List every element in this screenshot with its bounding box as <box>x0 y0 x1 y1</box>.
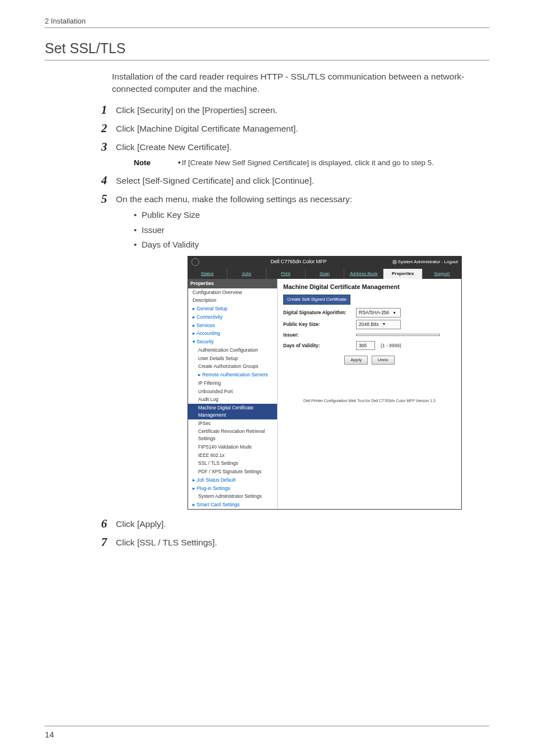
step-text-6: Click [Apply]. <box>116 519 166 529</box>
alg-label: Digital Signature Algorithm: <box>283 309 356 316</box>
sidebar-item-ip-filtering[interactable]: IP Filtering <box>188 379 277 388</box>
tab-scan[interactable]: Scan <box>306 269 345 279</box>
sidebar-item-description[interactable]: Description <box>188 296 277 305</box>
days-range: (1 - 9999) <box>381 342 401 349</box>
key-size-label: Public Key Size: <box>283 321 356 328</box>
bullet-public-key-size: Public Key Size <box>134 209 489 222</box>
step-text-3: Click [Create New Certificate]. <box>116 142 232 152</box>
tab-bar: Status Jobs Print Scan Address Book Prop… <box>188 268 461 279</box>
step-number-7: 7 <box>98 534 110 552</box>
alg-select[interactable]: RSA/SHA-256 ▼ <box>356 308 401 318</box>
sidebar-item-accounting[interactable]: ▸ Accounting <box>188 329 277 338</box>
intro-text: Installation of the card reader requires… <box>112 71 489 96</box>
create-self-signed-cert-button[interactable]: Create Self-Signed Certificate <box>283 295 350 305</box>
days-label: Days of Validity: <box>283 342 356 349</box>
sidebar-item-machine-digital-cert[interactable]: Machine Digital Certificate Management <box>188 404 277 419</box>
tab-support[interactable]: Support <box>423 269 461 279</box>
sidebar-item-connectivity[interactable]: ▸ Connectivity <box>188 313 277 321</box>
note-row: Note • If [Create New Self Signed Certif… <box>134 157 489 169</box>
sidebar-item-services[interactable]: ▸ Services <box>188 321 277 330</box>
sidebar-item-create-auth-groups[interactable]: Create Authorization Groups <box>188 362 277 371</box>
issuer-label: Issuer: <box>283 332 356 339</box>
step-number-2: 2 <box>98 120 110 138</box>
issuer-input[interactable] <box>356 334 440 336</box>
sidebar-item-security[interactable]: ▾ Security <box>188 338 277 346</box>
window-title: Dell C7765dn Color MFP <box>205 258 392 266</box>
page-footer: 14 <box>45 726 489 739</box>
step-number-1: 1 <box>98 101 110 119</box>
sidebar-item-cert-revocation[interactable]: Certificate Revocation Retrieval Setting… <box>188 427 277 443</box>
undo-button[interactable]: Undo <box>372 356 395 365</box>
note-label: Note <box>134 157 165 169</box>
main-panel: Machine Digital Certificate Management C… <box>278 279 461 509</box>
step-number-4: 4 <box>98 172 110 190</box>
dropdown-arrow-icon: ▼ <box>392 310 396 316</box>
sidebar-item-job-status-default[interactable]: ▸ Job Status Default <box>188 476 277 484</box>
sidebar-item-smart-card-settings[interactable]: ▸ Smart Card Settings <box>188 501 277 509</box>
step-number-6: 6 <box>98 515 110 533</box>
window-header: Dell C7765dn Color MFP System Administra… <box>188 256 461 268</box>
step-text-1: Click [Security] on the [Properties] scr… <box>116 105 278 115</box>
user-status[interactable]: System Administrator - Logout <box>392 259 458 265</box>
page-number: 14 <box>45 730 54 739</box>
dropdown-arrow-icon: ▼ <box>382 321 386 328</box>
sidebar-item-general-setup[interactable]: ▸ General Setup <box>188 305 277 313</box>
sidebar-item-config-overview[interactable]: Configuration Overview <box>188 288 277 297</box>
step-text-7: Click [SSL / TLS Settings]. <box>116 538 217 547</box>
key-size-select[interactable]: 2048 Bits ▼ <box>356 320 401 329</box>
sidebar-item-unbounded-port[interactable]: Unbounded Port <box>188 388 277 396</box>
bullet-issuer: Issuer <box>134 224 489 237</box>
sidebar-item-plugin-settings[interactable]: ▸ Plug-in Settings <box>188 484 277 493</box>
sidebar-item-sysadmin-settings[interactable]: System Administrator Settings <box>188 492 277 501</box>
step-text-4: Select [Self-Signed Certificate] and cli… <box>116 176 314 185</box>
sidebar-item-fips140[interactable]: FIPS140 Validation Mode <box>188 443 277 451</box>
sidebar-item-user-details[interactable]: User Details Setup <box>188 354 277 363</box>
tab-print[interactable]: Print <box>266 269 306 279</box>
step-text-5: On the each menu, make the following set… <box>116 194 352 204</box>
sidebar-item-ssl-tls-settings[interactable]: SSL / TLS Settings <box>188 459 277 468</box>
panel-title: Machine Digital Certificate Management <box>283 282 456 292</box>
properties-sidebar: Properties Configuration Overview Descri… <box>188 279 278 509</box>
chapter-header: 2 Installation <box>45 17 489 28</box>
note-text: If [Create New Self Signed Certificate] … <box>182 157 434 169</box>
dell-logo-icon <box>191 258 199 266</box>
step-number-3: 3 <box>98 138 110 156</box>
step-text-2: Click [Machine Digital Certificate Manag… <box>116 124 298 133</box>
embedded-screenshot: Dell C7765dn Color MFP System Administra… <box>188 256 462 510</box>
sidebar-item-audit-log[interactable]: Audit Log <box>188 395 277 404</box>
sidebar-header: Properties <box>188 279 277 288</box>
bullet-days-of-validity: Days of Validity <box>134 239 489 251</box>
note-bullet: • <box>178 157 181 169</box>
apply-button[interactable]: Apply <box>344 356 368 365</box>
step-number-5: 5 <box>98 190 110 208</box>
tab-address-book[interactable]: Address Book <box>344 269 383 279</box>
sidebar-item-ipsec[interactable]: IPSec <box>188 419 277 428</box>
sidebar-item-remote-auth-servers[interactable]: ▸ Remote Authentication Servers <box>188 371 277 379</box>
sidebar-item-auth-config[interactable]: Authentication Configuration <box>188 346 277 354</box>
user-icon <box>392 260 397 264</box>
tab-properties[interactable]: Properties <box>383 269 423 279</box>
tab-jobs[interactable]: Jobs <box>227 269 266 279</box>
sidebar-item-pdf-xps-signature[interactable]: PDF / XPS Signature Settings <box>188 468 277 476</box>
section-title: Set SSL/TLS <box>45 40 489 60</box>
sidebar-item-ieee8021x[interactable]: IEEE 802.1x <box>188 451 277 460</box>
tool-footer-text: Dell Printer Configuration Web Tool for … <box>283 398 456 421</box>
tab-status[interactable]: Status <box>188 269 227 279</box>
days-input[interactable]: 365 <box>356 341 375 351</box>
